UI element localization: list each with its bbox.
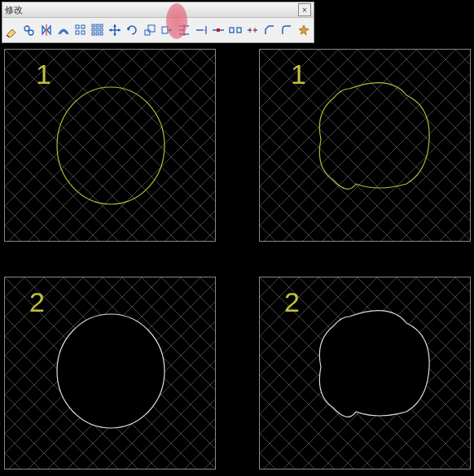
close-button[interactable]: × <box>298 3 311 16</box>
svg-rect-32 <box>217 28 220 32</box>
svg-rect-8 <box>92 24 94 27</box>
array2-tool-icon[interactable] <box>90 20 106 40</box>
move-tool-icon[interactable] <box>107 20 123 40</box>
svg-rect-14 <box>92 33 94 35</box>
mirror-tool-icon[interactable] <box>38 20 55 40</box>
panel-label: 1 <box>291 59 306 90</box>
viewport-4[interactable]: 2 <box>259 277 471 469</box>
copy-tool-icon[interactable] <box>21 20 37 40</box>
panel-label: 2 <box>29 286 45 317</box>
svg-rect-6 <box>76 31 79 34</box>
svg-rect-4 <box>76 25 79 28</box>
svg-rect-13 <box>100 28 103 31</box>
svg-rect-20 <box>148 25 155 32</box>
svg-rect-7 <box>81 31 85 34</box>
viewport-1[interactable]: 1 <box>4 49 216 242</box>
break-tool-icon[interactable] <box>227 20 244 40</box>
panel-label: 1 <box>36 59 51 90</box>
chamfer-tool-icon[interactable] <box>261 20 278 40</box>
svg-rect-33 <box>230 28 234 33</box>
svg-rect-19 <box>145 30 150 35</box>
svg-rect-11 <box>92 28 94 31</box>
toolbar-header[interactable]: 修改 × <box>2 2 314 18</box>
break-point-tool-icon[interactable] <box>210 20 226 40</box>
panel-label: 2 <box>284 286 300 317</box>
trim-tool-icon[interactable] <box>176 20 192 40</box>
array-tool-icon[interactable] <box>72 20 89 40</box>
extend-tool-icon[interactable] <box>193 20 209 40</box>
svg-rect-9 <box>96 24 99 27</box>
explode-tool-icon[interactable] <box>296 20 312 40</box>
svg-point-2 <box>29 30 33 35</box>
scale-tool-icon[interactable] <box>142 20 158 40</box>
svg-rect-34 <box>237 28 241 33</box>
viewport-3[interactable]: 2 <box>4 277 216 469</box>
svg-rect-21 <box>162 27 168 33</box>
svg-point-1 <box>24 26 29 31</box>
svg-rect-12 <box>96 28 99 31</box>
svg-rect-10 <box>100 24 103 27</box>
svg-rect-15 <box>96 33 99 35</box>
svg-rect-16 <box>100 33 103 35</box>
offset-tool-icon[interactable] <box>55 20 72 40</box>
erase-tool-icon[interactable] <box>4 20 20 40</box>
toolbar-body <box>2 18 314 42</box>
viewport-2[interactable]: 1 <box>259 49 471 242</box>
stretch-tool-icon[interactable] <box>159 20 175 40</box>
svg-rect-5 <box>81 25 85 28</box>
rotate-tool-icon[interactable] <box>124 20 140 40</box>
toolbar-title: 修改 <box>5 4 23 16</box>
join-tool-icon[interactable] <box>244 20 261 40</box>
fillet-tool-icon[interactable] <box>279 20 295 40</box>
modify-toolbar: 修改 × <box>2 2 314 43</box>
